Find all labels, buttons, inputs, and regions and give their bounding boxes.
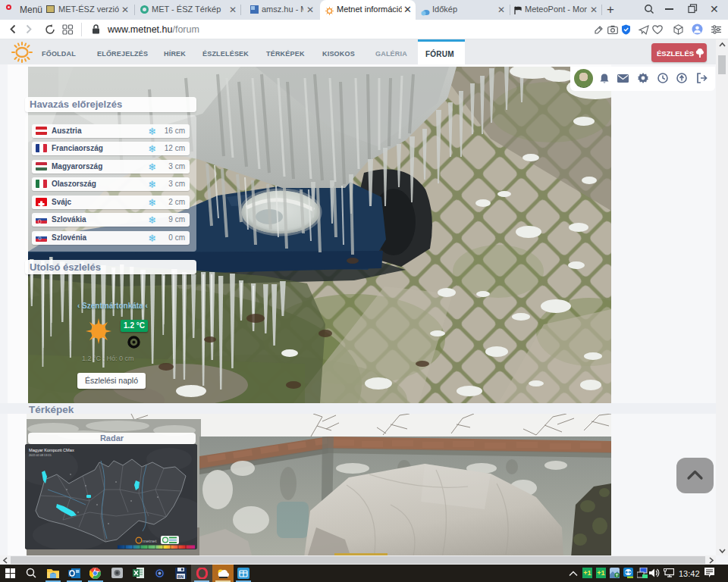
svg-text:BN: BN: [177, 574, 184, 579]
svg-text:2022.02.08 13:15: 2022.02.08 13:15: [29, 454, 52, 457]
svg-text:Magyar Kompozit CMax: Magyar Kompozit CMax: [29, 448, 74, 452]
svg-text:metnet: metnet: [143, 539, 157, 543]
